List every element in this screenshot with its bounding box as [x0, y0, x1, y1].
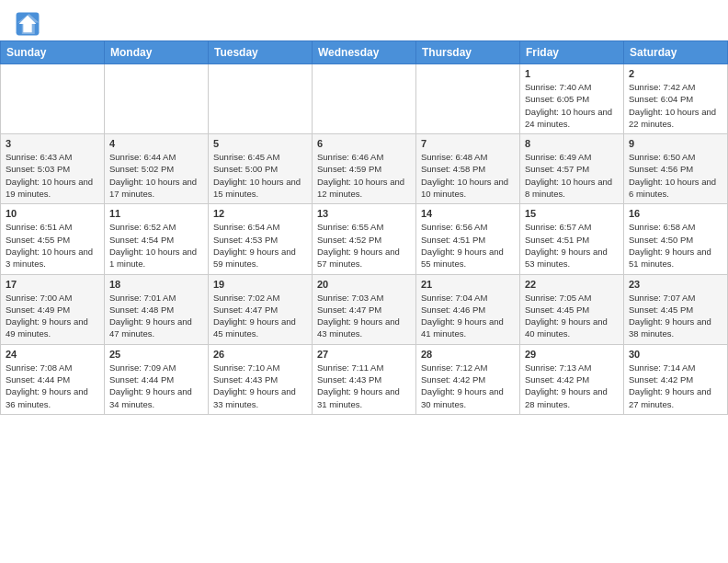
day-info: Sunrise: 6:58 AM Sunset: 4:50 PM Dayligh…: [629, 221, 722, 270]
day-info: Sunrise: 7:42 AM Sunset: 6:04 PM Dayligh…: [629, 81, 722, 130]
day-number: 24: [6, 349, 99, 360]
day-number: 8: [525, 138, 619, 149]
calendar-cell: [209, 64, 313, 134]
calendar-cell: 27Sunrise: 7:11 AM Sunset: 4:43 PM Dayli…: [313, 344, 416, 414]
day-info: Sunrise: 6:52 AM Sunset: 4:54 PM Dayligh…: [109, 221, 203, 270]
calendar-cell: [313, 64, 416, 134]
day-number: 25: [109, 349, 203, 360]
day-number: 3: [6, 138, 99, 149]
day-number: 4: [109, 138, 203, 149]
calendar-cell: 15Sunrise: 6:57 AM Sunset: 4:51 PM Dayli…: [520, 204, 624, 274]
logo-icon: [15, 11, 40, 37]
day-info: Sunrise: 7:14 AM Sunset: 4:42 PM Dayligh…: [629, 362, 722, 410]
calendar-cell: 28Sunrise: 7:12 AM Sunset: 4:42 PM Dayli…: [416, 344, 520, 414]
day-number: 5: [213, 138, 307, 149]
calendar-cell: 13Sunrise: 6:55 AM Sunset: 4:52 PM Dayli…: [313, 204, 416, 274]
day-info: Sunrise: 7:10 AM Sunset: 4:43 PM Dayligh…: [213, 362, 307, 410]
calendar-week-2: 3Sunrise: 6:43 AM Sunset: 5:03 PM Daylig…: [1, 134, 728, 204]
day-number: 22: [525, 279, 619, 290]
day-info: Sunrise: 7:04 AM Sunset: 4:46 PM Dayligh…: [421, 292, 515, 340]
day-info: Sunrise: 6:45 AM Sunset: 5:00 PM Dayligh…: [213, 151, 307, 200]
day-number: 27: [317, 349, 411, 360]
day-info: Sunrise: 7:00 AM Sunset: 4:49 PM Dayligh…: [6, 292, 99, 340]
day-info: Sunrise: 7:07 AM Sunset: 4:45 PM Dayligh…: [629, 292, 722, 340]
calendar-cell: 29Sunrise: 7:13 AM Sunset: 4:42 PM Dayli…: [520, 344, 624, 414]
calendar-cell: 26Sunrise: 7:10 AM Sunset: 4:43 PM Dayli…: [209, 344, 313, 414]
day-number: 12: [213, 208, 307, 219]
day-info: Sunrise: 6:43 AM Sunset: 5:03 PM Dayligh…: [6, 151, 99, 200]
day-info: Sunrise: 7:12 AM Sunset: 4:42 PM Dayligh…: [421, 362, 515, 410]
day-number: 23: [629, 279, 722, 290]
day-number: 21: [421, 279, 515, 290]
day-number: 13: [317, 208, 411, 219]
day-info: Sunrise: 7:13 AM Sunset: 4:42 PM Dayligh…: [525, 362, 619, 410]
day-number: 19: [213, 279, 307, 290]
calendar-table: SundayMondayTuesdayWednesdayThursdayFrid…: [0, 40, 728, 415]
calendar-cell: 8Sunrise: 6:49 AM Sunset: 4:57 PM Daylig…: [520, 134, 624, 204]
day-info: Sunrise: 7:03 AM Sunset: 4:47 PM Dayligh…: [317, 292, 411, 340]
calendar-cell: 19Sunrise: 7:02 AM Sunset: 4:47 PM Dayli…: [209, 274, 313, 344]
day-number: 7: [421, 138, 515, 149]
calendar-cell: 16Sunrise: 6:58 AM Sunset: 4:50 PM Dayli…: [624, 204, 728, 274]
day-number: 26: [213, 349, 307, 360]
calendar-cell: 7Sunrise: 6:48 AM Sunset: 4:58 PM Daylig…: [416, 134, 520, 204]
day-number: 16: [629, 208, 722, 219]
day-info: Sunrise: 6:56 AM Sunset: 4:51 PM Dayligh…: [421, 221, 515, 270]
day-info: Sunrise: 6:50 AM Sunset: 4:56 PM Dayligh…: [629, 151, 722, 200]
day-number: 17: [6, 279, 99, 290]
day-header-thursday: Thursday: [416, 41, 520, 64]
calendar-week-1: 1Sunrise: 7:40 AM Sunset: 6:05 PM Daylig…: [1, 64, 728, 134]
calendar-cell: 4Sunrise: 6:44 AM Sunset: 5:02 PM Daylig…: [105, 134, 209, 204]
calendar-cell: 11Sunrise: 6:52 AM Sunset: 4:54 PM Dayli…: [105, 204, 209, 274]
logo: [15, 11, 44, 37]
day-number: 15: [525, 208, 619, 219]
calendar-header-row: SundayMondayTuesdayWednesdayThursdayFrid…: [1, 41, 728, 64]
day-info: Sunrise: 6:44 AM Sunset: 5:02 PM Dayligh…: [109, 151, 203, 200]
day-header-friday: Friday: [520, 41, 624, 64]
day-header-monday: Monday: [105, 41, 209, 64]
day-header-saturday: Saturday: [624, 41, 728, 64]
day-number: 30: [629, 349, 722, 360]
calendar-cell: 12Sunrise: 6:54 AM Sunset: 4:53 PM Dayli…: [209, 204, 313, 274]
day-number: 18: [109, 279, 203, 290]
calendar-week-4: 17Sunrise: 7:00 AM Sunset: 4:49 PM Dayli…: [1, 274, 728, 344]
calendar-cell: [105, 64, 209, 134]
day-number: 29: [525, 349, 619, 360]
day-info: Sunrise: 7:02 AM Sunset: 4:47 PM Dayligh…: [213, 292, 307, 340]
day-number: 10: [6, 208, 99, 219]
day-info: Sunrise: 6:54 AM Sunset: 4:53 PM Dayligh…: [213, 221, 307, 270]
day-number: 1: [525, 68, 619, 79]
day-info: Sunrise: 6:51 AM Sunset: 4:55 PM Dayligh…: [6, 221, 99, 270]
day-number: 20: [317, 279, 411, 290]
calendar-cell: 17Sunrise: 7:00 AM Sunset: 4:49 PM Dayli…: [1, 274, 105, 344]
day-number: 11: [109, 208, 203, 219]
calendar-cell: 20Sunrise: 7:03 AM Sunset: 4:47 PM Dayli…: [313, 274, 416, 344]
day-header-tuesday: Tuesday: [209, 41, 313, 64]
day-info: Sunrise: 6:55 AM Sunset: 4:52 PM Dayligh…: [317, 221, 411, 270]
calendar-cell: 21Sunrise: 7:04 AM Sunset: 4:46 PM Dayli…: [416, 274, 520, 344]
day-number: 9: [629, 138, 722, 149]
day-number: 6: [317, 138, 411, 149]
day-info: Sunrise: 7:40 AM Sunset: 6:05 PM Dayligh…: [525, 81, 619, 130]
calendar-week-5: 24Sunrise: 7:08 AM Sunset: 4:44 PM Dayli…: [1, 344, 728, 414]
calendar-cell: [416, 64, 520, 134]
calendar-cell: 22Sunrise: 7:05 AM Sunset: 4:45 PM Dayli…: [520, 274, 624, 344]
calendar-cell: 18Sunrise: 7:01 AM Sunset: 4:48 PM Dayli…: [105, 274, 209, 344]
calendar-cell: 25Sunrise: 7:09 AM Sunset: 4:44 PM Dayli…: [105, 344, 209, 414]
calendar-cell: 30Sunrise: 7:14 AM Sunset: 4:42 PM Dayli…: [624, 344, 728, 414]
day-number: 28: [421, 349, 515, 360]
day-header-sunday: Sunday: [1, 41, 105, 64]
day-info: Sunrise: 6:57 AM Sunset: 4:51 PM Dayligh…: [525, 221, 619, 270]
day-info: Sunrise: 7:08 AM Sunset: 4:44 PM Dayligh…: [6, 362, 99, 410]
page-header: [0, 0, 728, 40]
calendar-cell: 10Sunrise: 6:51 AM Sunset: 4:55 PM Dayli…: [1, 204, 105, 274]
calendar-cell: 14Sunrise: 6:56 AM Sunset: 4:51 PM Dayli…: [416, 204, 520, 274]
day-header-wednesday: Wednesday: [313, 41, 416, 64]
day-number: 14: [421, 208, 515, 219]
calendar-week-3: 10Sunrise: 6:51 AM Sunset: 4:55 PM Dayli…: [1, 204, 728, 274]
day-info: Sunrise: 6:48 AM Sunset: 4:58 PM Dayligh…: [421, 151, 515, 200]
calendar-cell: 9Sunrise: 6:50 AM Sunset: 4:56 PM Daylig…: [624, 134, 728, 204]
calendar-cell: 2Sunrise: 7:42 AM Sunset: 6:04 PM Daylig…: [624, 64, 728, 134]
calendar-cell: 24Sunrise: 7:08 AM Sunset: 4:44 PM Dayli…: [1, 344, 105, 414]
day-info: Sunrise: 7:11 AM Sunset: 4:43 PM Dayligh…: [317, 362, 411, 410]
